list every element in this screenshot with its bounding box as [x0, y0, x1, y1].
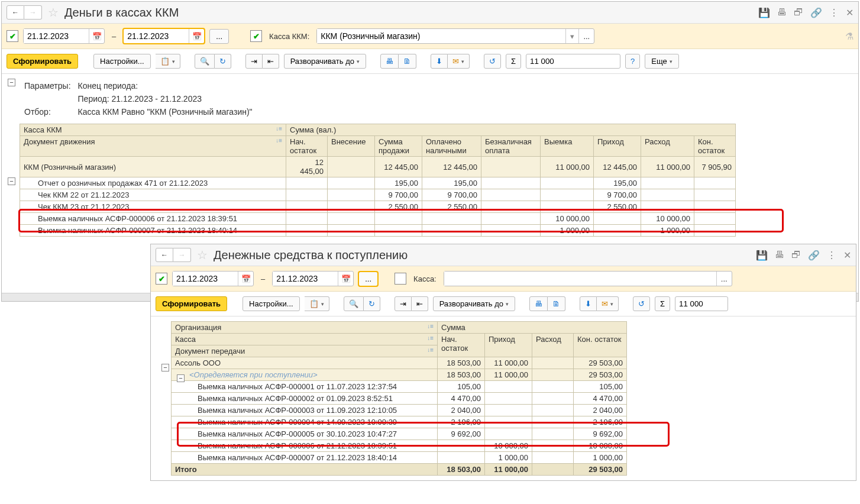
print-icon[interactable]: 🖶	[777, 7, 787, 18]
kassa-check[interactable]	[395, 273, 406, 285]
date-picker-button[interactable]: ...	[358, 272, 378, 286]
kassa-combo[interactable]: ▾ ...	[316, 28, 594, 44]
date-from-field[interactable]	[24, 29, 89, 43]
table-row[interactable]: Выемка наличных АСФР-000004 от 14.09.202…	[172, 416, 627, 428]
table-row[interactable]: ККМ (Розничный магазин)12 445,0012 445,0…	[20, 157, 736, 177]
preview2-button[interactable]: 🗎	[548, 296, 565, 311]
nav-back-button[interactable]: ←	[156, 248, 173, 262]
expand-all-button[interactable]: ⇤	[263, 54, 279, 69]
email-button[interactable]: ✉ ▾	[448, 54, 470, 69]
expand-to-button[interactable]: Разворачивать до ▾	[433, 296, 515, 311]
collapse-params[interactable]: −	[8, 79, 15, 86]
nav-forward-button[interactable]: →	[24, 5, 42, 20]
link-icon[interactable]: 🔗	[810, 7, 822, 18]
ellipsis-button[interactable]: ...	[716, 272, 732, 286]
ellipsis-button[interactable]: ...	[578, 29, 594, 43]
kassa-field[interactable]	[317, 29, 565, 43]
close-icon[interactable]: ✕	[843, 250, 851, 261]
close-icon[interactable]: ✕	[846, 7, 853, 18]
params-end: Конец периода:	[78, 80, 258, 92]
link-icon[interactable]: 🔗	[808, 250, 820, 261]
more-button[interactable]: Еще ▾	[645, 54, 678, 69]
table-row[interactable]: Чек ККМ 23 от 21.12.20232 550,002 550,00…	[20, 201, 736, 213]
save-icon[interactable]: 💾	[756, 250, 768, 261]
collapse-g2[interactable]: −	[177, 374, 185, 382]
print-button[interactable]: 🖶	[529, 296, 548, 311]
collapse-group[interactable]: −	[8, 177, 15, 185]
date-from-field[interactable]	[173, 272, 238, 286]
help-button[interactable]: ?	[625, 54, 640, 69]
collapse-all-button[interactable]: ⇥	[395, 296, 412, 311]
search-button[interactable]: 🔍	[195, 54, 215, 69]
chevron-down-icon[interactable]: ▾	[565, 29, 578, 43]
find-input[interactable]	[675, 296, 728, 311]
favorite-icon[interactable]: ☆	[197, 248, 208, 262]
variants-button[interactable]: 📋▾	[156, 54, 180, 69]
table-row[interactable]: Выемка наличных АСФР-000007 от 21.12.202…	[20, 225, 736, 237]
save-report-button[interactable]: ⬇	[431, 54, 448, 69]
kassa-check[interactable]: ✔	[250, 30, 262, 42]
table-row[interactable]: Выемка наличных АСФР-000005 от 30.10.202…	[172, 428, 627, 440]
generate-button[interactable]: Сформировать	[7, 54, 78, 69]
table-row[interactable]: Чек ККМ 22 от 21.12.20239 700,009 700,00…	[20, 189, 736, 201]
calendar-icon[interactable]: 📅	[338, 272, 353, 286]
save-report-button[interactable]: ⬇	[580, 296, 597, 311]
variants-button[interactable]: 📋▾	[305, 296, 329, 311]
calendar-icon[interactable]: 📅	[89, 29, 104, 43]
col-c4: Кон. остаток	[574, 334, 627, 357]
print-icon[interactable]: 🖶	[775, 250, 784, 260]
sigma-button[interactable]: Σ	[655, 296, 670, 311]
nav-forward-button[interactable]: →	[173, 248, 191, 262]
calendar-icon[interactable]: 📅	[238, 272, 253, 286]
more-icon[interactable]: ⋮	[827, 250, 836, 261]
save-icon[interactable]: 💾	[758, 7, 770, 18]
expand-all-button[interactable]: ⇤	[412, 296, 428, 311]
table-row[interactable]: Выемка наличных АСФР-000003 от 11.09.202…	[172, 405, 627, 416]
date-to-field[interactable]	[273, 272, 338, 286]
expand-to-button[interactable]: Разворачивать до ▾	[284, 54, 366, 69]
table-row[interactable]: Итого18 503,0011 000,0029 503,00	[172, 464, 627, 476]
settings-button[interactable]: Настройки...	[243, 296, 300, 311]
settings-button[interactable]: Настройки...	[93, 54, 151, 69]
history-button[interactable]: ↺	[633, 296, 650, 311]
table-row[interactable]: Выемка наличных АСФР-000007 от 21.12.202…	[172, 452, 627, 464]
refresh-search-button[interactable]: ↻	[215, 54, 231, 69]
date-to-input[interactable]: 📅	[272, 271, 354, 286]
date-check[interactable]: ✔	[7, 30, 18, 42]
preview-icon[interactable]: 🗗	[794, 7, 803, 18]
sigma-button[interactable]: Σ	[506, 54, 521, 69]
table-row[interactable]: <Определяется при поступлении>18 503,001…	[172, 369, 627, 381]
date-to-field[interactable]	[124, 29, 189, 43]
date-picker-button[interactable]: ...	[209, 29, 229, 44]
date-from-input[interactable]: 📅	[23, 28, 105, 44]
titlebar: ← → ☆ Денежные средства к поступлению 💾 …	[151, 244, 856, 266]
search-button[interactable]: 🔍	[344, 296, 364, 311]
table-row[interactable]: Выемка наличных АСФР-000002 от 01.09.202…	[172, 393, 627, 405]
preview2-button[interactable]: 🗎	[399, 54, 416, 69]
find-input[interactable]	[526, 54, 620, 69]
nav-back-button[interactable]: ←	[7, 5, 24, 20]
table-row[interactable]: Выемка наличных АСФР-000001 от 11.07.202…	[172, 381, 627, 393]
email-button[interactable]: ✉ ▾	[597, 296, 619, 311]
collapse-g1[interactable]: −	[161, 364, 169, 371]
collapse-all-button[interactable]: ⇥	[245, 54, 263, 69]
refresh-search-button[interactable]: ↻	[364, 296, 380, 311]
date-check[interactable]: ✔	[156, 273, 167, 285]
date-to-input[interactable]: 📅	[123, 28, 205, 44]
col-doc: Документ движения↓≡	[20, 136, 286, 157]
date-from-input[interactable]: 📅	[172, 271, 254, 286]
preview-icon[interactable]: 🗗	[791, 250, 801, 260]
table-row[interactable]: Отчет о розничных продажах 471 от 21.12.…	[20, 177, 736, 189]
generate-button[interactable]: Сформировать	[156, 296, 227, 311]
calendar-icon[interactable]: 📅	[189, 29, 204, 43]
favorite-icon[interactable]: ☆	[48, 5, 59, 20]
table-row[interactable]: Ассоль ООО18 503,0011 000,0029 503,00	[172, 357, 627, 369]
kassa-combo[interactable]: ...	[444, 271, 732, 286]
more-icon[interactable]: ⋮	[829, 7, 839, 18]
table-row[interactable]: Выемка наличных АСФР-000006 от 21.12.202…	[172, 440, 627, 452]
kassa-field[interactable]	[444, 272, 716, 286]
history-button[interactable]: ↺	[484, 54, 501, 69]
filter-icon[interactable]: ⚗	[845, 31, 853, 42]
print-button[interactable]: 🖶	[380, 54, 399, 69]
table-row[interactable]: Выемка наличных АСФР-000006 от 21.12.202…	[20, 213, 736, 225]
